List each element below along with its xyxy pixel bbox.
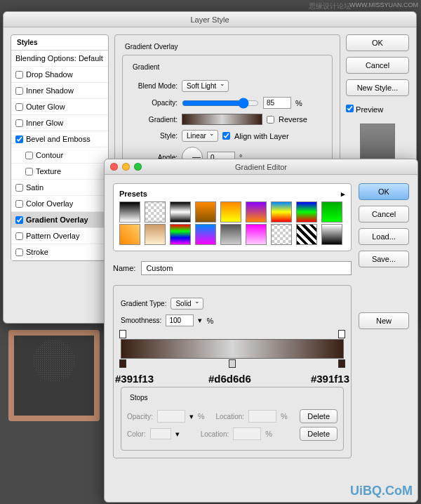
gradient-editor-window: Gradient Editor Presets▸ <box>104 159 418 503</box>
gradient-editor-buttons: OK Cancel Load... Save... New <box>359 183 409 458</box>
reverse-check[interactable] <box>267 116 274 124</box>
preset-swatch[interactable] <box>296 201 317 223</box>
inner-shadow-check[interactable] <box>15 87 23 95</box>
name-input[interactable] <box>141 261 352 275</box>
contour-check[interactable] <box>25 152 33 159</box>
ge-save-button[interactable]: Save... <box>359 251 409 267</box>
style-contour[interactable]: Contour <box>11 147 108 164</box>
opacity-input[interactable] <box>263 97 291 109</box>
preset-swatch[interactable] <box>195 201 216 223</box>
ok-button[interactable]: OK <box>346 34 409 51</box>
gradient-type-select[interactable]: Solid <box>171 298 203 310</box>
stop-location-input2 <box>233 427 261 440</box>
preset-swatch[interactable] <box>119 201 140 223</box>
preset-swatch[interactable] <box>170 201 191 223</box>
style-inner-shadow[interactable]: Inner Shadow <box>11 83 108 99</box>
inner-glow-check[interactable] <box>15 119 23 127</box>
stop-opacity-input <box>157 410 185 423</box>
blend-mode-select[interactable]: Soft Light <box>182 80 229 92</box>
bevel-check[interactable] <box>15 135 23 143</box>
preset-swatch[interactable] <box>220 201 241 223</box>
color-stop[interactable] <box>338 359 345 368</box>
hex-right: #391f13 <box>311 373 349 385</box>
preset-swatch[interactable] <box>195 224 216 245</box>
opacity-stop[interactable] <box>119 330 126 338</box>
style-pattern-overlay[interactable]: Pattern Overlay <box>11 228 108 244</box>
outer-glow-check[interactable] <box>15 103 23 111</box>
layer-style-titlebar[interactable]: Layer Style <box>4 12 416 27</box>
style-satin[interactable]: Satin <box>11 180 108 196</box>
blending-options[interactable]: Blending Options: Default <box>11 51 108 67</box>
stop-color-label: Color: <box>127 430 146 438</box>
preset-swatch[interactable] <box>321 201 342 223</box>
preview-check[interactable] <box>346 105 354 112</box>
watermark-cn: 思缘设计论坛 <box>309 1 351 11</box>
hex-mid: #d6d6d6 <box>208 373 251 385</box>
preset-swatch[interactable] <box>119 224 140 245</box>
ge-ok-button[interactable]: OK <box>359 183 409 200</box>
drop-shadow-check[interactable] <box>15 71 23 79</box>
style-texture[interactable]: Texture <box>11 164 108 180</box>
ge-load-button[interactable]: Load... <box>359 228 409 245</box>
preset-swatch[interactable] <box>296 224 317 245</box>
preset-swatch[interactable] <box>271 201 292 223</box>
preset-swatch[interactable] <box>321 224 342 245</box>
preset-swatch[interactable] <box>145 201 166 223</box>
minimize-icon[interactable] <box>122 163 130 171</box>
color-stop[interactable] <box>119 359 126 368</box>
gradient-overlay-check[interactable] <box>15 216 23 224</box>
styles-header[interactable]: Styles <box>11 35 108 51</box>
preview-swatch <box>360 124 395 159</box>
layer-style-title: Layer Style <box>190 15 229 24</box>
preset-swatch[interactable] <box>246 201 267 223</box>
name-label: Name: <box>113 264 135 272</box>
watermark-bottom: UiBQ.CoM <box>350 484 413 498</box>
watermark-top: WWW.MISSYUAN.COM <box>349 1 418 8</box>
stop-color-swatch <box>150 428 171 439</box>
satin-check[interactable] <box>15 184 23 192</box>
style-color-overlay[interactable]: Color Overlay <box>11 196 108 212</box>
new-style-button[interactable]: New Style... <box>346 79 409 96</box>
presets-menu-icon[interactable]: ▸ <box>341 190 345 199</box>
traffic-lights <box>110 163 142 171</box>
ge-new-button[interactable]: New <box>359 312 409 329</box>
preset-swatch[interactable] <box>145 224 166 245</box>
color-stop[interactable] <box>229 359 236 368</box>
style-stroke[interactable]: Stroke <box>11 244 108 260</box>
style-inner-glow[interactable]: Inner Glow <box>11 115 108 131</box>
gradient-type-label: Gradient Type: <box>121 300 166 307</box>
style-drop-shadow[interactable]: Drop Shadow <box>11 67 108 83</box>
opacity-slider[interactable] <box>182 98 259 109</box>
delete-opacity-stop-button[interactable]: Delete <box>300 409 338 423</box>
smoothness-dropdown-icon[interactable]: ▾ <box>198 316 202 325</box>
smoothness-label: Smoothness: <box>121 317 161 324</box>
ge-cancel-button[interactable]: Cancel <box>359 206 409 223</box>
preset-swatch[interactable] <box>271 224 292 245</box>
stop-opacity-label: Opacity: <box>127 413 153 420</box>
gradient-swatch[interactable] <box>182 114 262 125</box>
preset-swatch[interactable] <box>220 224 241 245</box>
presets-grid <box>119 201 345 245</box>
pattern-overlay-check[interactable] <box>15 232 23 240</box>
preset-swatch[interactable] <box>170 224 191 245</box>
texture-check[interactable] <box>25 168 33 175</box>
zoom-icon[interactable] <box>134 163 142 171</box>
stroke-check[interactable] <box>15 248 23 256</box>
delete-color-stop-button[interactable]: Delete <box>300 427 338 441</box>
smoothness-input[interactable] <box>166 314 194 326</box>
cancel-button[interactable]: Cancel <box>346 57 409 74</box>
gradient-editor-titlebar[interactable]: Gradient Editor <box>105 159 417 175</box>
style-label: Style: <box>130 132 178 140</box>
align-check[interactable] <box>222 132 230 140</box>
style-gradient-overlay[interactable]: Gradient Overlay <box>11 212 108 228</box>
style-outer-glow[interactable]: Outer Glow <box>11 99 108 115</box>
close-icon[interactable] <box>110 163 118 171</box>
presets-label: Presets <box>119 190 147 199</box>
style-bevel-emboss[interactable]: Bevel and Emboss <box>11 131 108 147</box>
color-overlay-check[interactable] <box>15 200 23 208</box>
gradient-strip[interactable] <box>121 339 344 359</box>
style-select[interactable]: Linear <box>182 130 218 142</box>
preset-swatch[interactable] <box>246 224 267 245</box>
opacity-stop[interactable] <box>338 330 345 338</box>
hex-left: #391f13 <box>115 373 154 385</box>
